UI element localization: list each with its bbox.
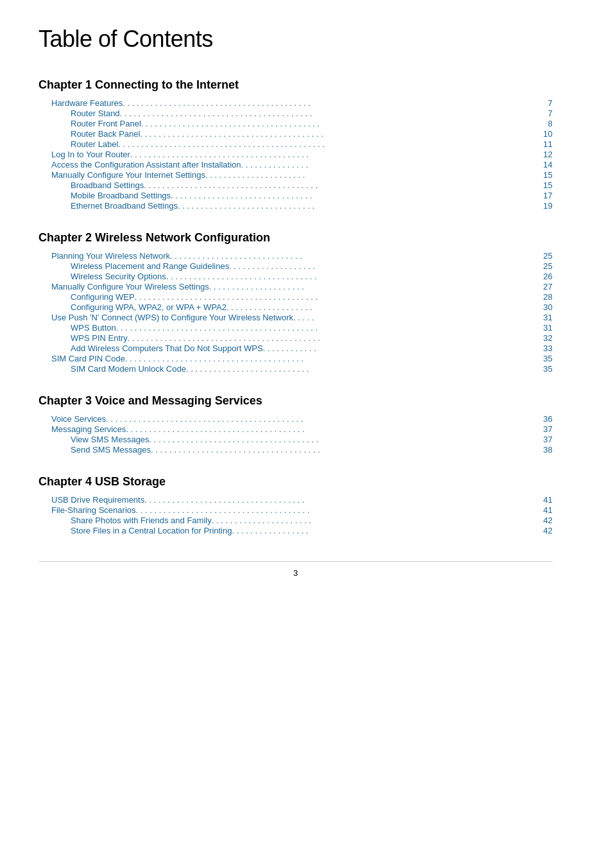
toc-entry-dots: . . . . . . . . . . . . . . . . . . . . … [130, 150, 540, 159]
toc-entry-dots: . . . . . [293, 313, 540, 322]
toc-entry-page: 7 [540, 108, 552, 118]
toc-entry-label: USB Drive Requirements [51, 495, 144, 505]
toc-entry-dots: . . . . . . . . . . . . . . . . . . . . … [144, 495, 540, 505]
toc-entry-page: 17 [540, 191, 552, 200]
chapter-heading-1: Chapter 1 Connecting to the Internet [39, 78, 552, 92]
toc-entry-page: 15 [540, 170, 552, 180]
toc-entry-page: 32 [540, 333, 552, 343]
toc-entry-label: Mobile Broadband Settings [71, 191, 171, 200]
toc-entry-row: SIM Card Modem Unlock Code. . . . . . . … [51, 364, 552, 374]
toc-entry-label: Use Push 'N' Connect (WPS) to Configure … [51, 313, 293, 322]
toc-entry-label: Planning Your Wireless Network [51, 251, 170, 261]
toc-entry-row: Hardware Features. . . . . . . . . . . .… [51, 98, 552, 108]
toc-entry-page: 25 [540, 261, 552, 271]
toc-entry-dots: . . . . . . . . . . . . [263, 343, 540, 353]
toc-entry-dots: . . . . . . . . . . . . . . . . . . . . … [144, 180, 540, 190]
toc-entry-dots: . . . . . . . . . . . . . . . [241, 160, 540, 169]
toc-entry-label: SIM Card Modem Unlock Code [71, 364, 186, 374]
toc-entry-label: Send SMS Messages [71, 445, 151, 455]
toc-entry-dots: . . . . . . . . . . . . . . . . . . . . … [128, 333, 540, 343]
toc-entry-dots: . . . . . . . . . . . . . . . . . . . . … [106, 414, 540, 424]
chapter-section-3: Chapter 3 Voice and Messaging ServicesVo… [51, 394, 552, 455]
toc-entry-page: 36 [540, 414, 552, 424]
toc-entry-dots: . . . . . . . . . . . . . . . . . . . . … [205, 170, 540, 180]
toc-entry-page: 12 [540, 150, 552, 159]
toc-entry-label: View SMS Messages [71, 435, 150, 444]
toc-entry-page: 42 [540, 526, 552, 535]
toc-entry-row: Planning Your Wireless Network . . . . .… [51, 251, 552, 261]
toc-entry-row: Ethernet Broadband Settings. . . . . . .… [51, 201, 552, 211]
toc-entry-row: Add Wireless Computers That Do Not Suppo… [51, 343, 552, 353]
toc-entry-page: 10 [540, 129, 552, 139]
toc-entry-row: Wireless Security Options . . . . . . . … [51, 272, 552, 281]
toc-entry-label: Manually Configure Your Internet Setting… [51, 170, 205, 180]
toc-entry-dots: . . . . . . . . . . . . . . . . . . . . … [151, 445, 540, 455]
toc-entry-page: 41 [540, 495, 552, 505]
toc-entry-dots: . . . . . . . . . . . . . . . . . . . . … [150, 435, 540, 444]
toc-entry-label: Wireless Placement and Range Guidelines [71, 261, 229, 271]
toc-entry-page: 35 [540, 354, 552, 363]
toc-entry-label: Ethernet Broadband Settings [71, 201, 178, 211]
toc-entry-page: 42 [540, 516, 552, 525]
toc-entry-page: 11 [540, 139, 552, 149]
page-footer: 3 [39, 561, 552, 578]
toc-entry-dots: . . . . . . . . . . . . . . . . . . . . … [186, 364, 540, 374]
toc-entry-label: Router Front Panel [71, 119, 141, 128]
toc-entry-page: 31 [540, 323, 552, 333]
toc-entry-row: File-Sharing Scenarios. . . . . . . . . … [51, 505, 552, 515]
toc-entry-row: Wireless Placement and Range Guidelines.… [51, 261, 552, 271]
toc-entry-page: 35 [540, 364, 552, 374]
toc-entry-page: 33 [540, 343, 552, 353]
toc-entry-label: WPS PIN Entry [71, 333, 128, 343]
chapter-heading-2: Chapter 2 Wireless Network Configuration [39, 231, 552, 245]
toc-entry-dots: . . . . . . . . . . . . . . . . . . . . … [140, 129, 540, 139]
toc-entry-label: File-Sharing Scenarios [51, 505, 136, 515]
toc-entry-row: Mobile Broadband Settings . . . . . . . … [51, 191, 552, 200]
toc-entry-label: Log In to Your Router [51, 150, 130, 159]
toc-entry-label: Add Wireless Computers That Do Not Suppo… [71, 343, 263, 353]
toc-entry-row: WPS PIN Entry. . . . . . . . . . . . . .… [51, 333, 552, 343]
toc-entry-dots: . . . . . . . . . . . . . . . . . . . . … [141, 119, 540, 128]
toc-entry-dots: . . . . . . . . . . . . . . . . . . . . … [209, 282, 540, 291]
toc-entry-label: Manually Configure Your Wireless Setting… [51, 282, 209, 291]
toc-entry-dots: . . . . . . . . . . . . . . . . . . . . … [212, 516, 540, 525]
toc-entry-dots: . . . . . . . . . . . . . . . . . . . [229, 261, 540, 271]
chapter-section-1: Chapter 1 Connecting to the InternetHard… [51, 78, 552, 211]
toc-entry-page: 15 [540, 180, 552, 190]
toc-entry-page: 31 [540, 313, 552, 322]
toc-entry-dots: . . . . . . . . . . . . . . . . . . . . … [120, 108, 540, 118]
toc-entry-dots: . . . . . . . . . . . . . . . . . . . . … [125, 354, 540, 363]
toc-entry-label: Wireless Security Options [71, 272, 166, 281]
toc-entry-page: 27 [540, 282, 552, 291]
toc-entry-page: 37 [540, 435, 552, 444]
toc-entry-dots: . . . . . . . . . . . . . . . . . [232, 526, 540, 535]
toc-entry-row: Manually Configure Your Wireless Setting… [51, 282, 552, 291]
toc-entry-row: Use Push 'N' Connect (WPS) to Configure … [51, 313, 552, 322]
toc-entry-page: 30 [540, 302, 552, 312]
toc-entry-page: 25 [540, 251, 552, 261]
toc-entry-page: 7 [540, 98, 552, 108]
toc-entry-dots: . . . . . . . . . . . . . . . . . . . . … [135, 292, 540, 302]
toc-entry-page: 41 [540, 505, 552, 515]
toc-entry-page: 28 [540, 292, 552, 302]
toc-entry-dots: . . . . . . . . . . . . . . . . . . . . … [170, 251, 540, 261]
toc-entry-label: Configuring WEP [71, 292, 135, 302]
toc-entry-label: Router Stand [71, 108, 120, 118]
toc-entry-page: 38 [540, 445, 552, 455]
toc-entry-dots: . . . . . . . . . . . . . . . . . . . . … [171, 191, 540, 200]
toc-entry-label: WPS Button [71, 323, 116, 333]
chapter-heading-3: Chapter 3 Voice and Messaging Services [39, 394, 552, 408]
toc-entry-row: Broadband Settings . . . . . . . . . . .… [51, 180, 552, 190]
chapter-section-2: Chapter 2 Wireless Network Configuration… [51, 231, 552, 374]
toc-entry-label: Hardware Features [51, 98, 123, 108]
toc-entry-row: USB Drive Requirements. . . . . . . . . … [51, 495, 552, 505]
toc-entry-row: Router Back Panel. . . . . . . . . . . .… [51, 129, 552, 139]
page-title: Table of Contents [39, 26, 552, 53]
toc-entry-label: Router Back Panel [71, 129, 140, 139]
toc-entry-row: Access the Configuration Assistant after… [51, 160, 552, 169]
toc-entry-page: 14 [540, 160, 552, 169]
toc-entry-dots: . . . . . . . . . . . . . . . . . . . . … [178, 201, 540, 211]
toc-entry-dots: . . . . . . . . . . . . . . . . . . . . … [123, 98, 540, 108]
toc-entry-row: Messaging Services. . . . . . . . . . . … [51, 424, 552, 434]
toc-container: Chapter 1 Connecting to the InternetHard… [39, 78, 552, 535]
